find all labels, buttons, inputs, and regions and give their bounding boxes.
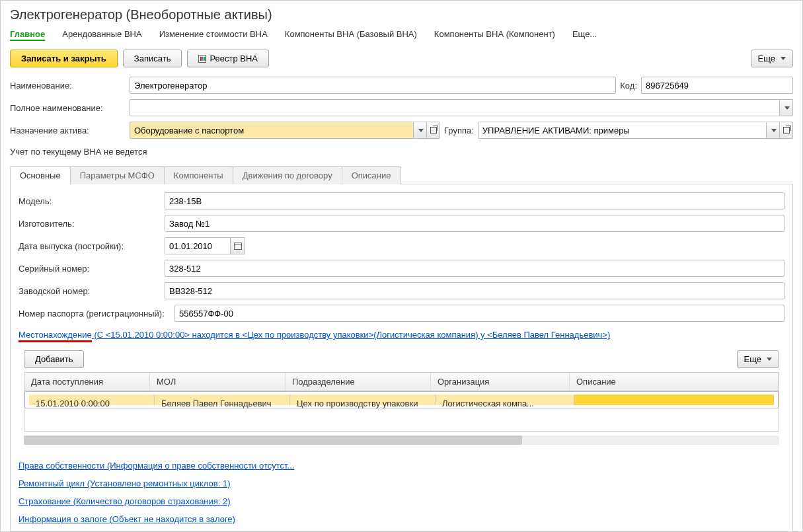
sub-tabs: Основные Параметры МСФО Компоненты Движе…	[10, 166, 793, 184]
cell-department: Цех по производству упаковки	[290, 395, 436, 405]
subtab-main[interactable]: Основные	[10, 166, 71, 184]
fullname-label: Полное наименование:	[10, 103, 126, 113]
passport-label: Номер паспорта (регистрационный):	[19, 309, 171, 319]
purpose-open-button[interactable]	[427, 122, 440, 139]
chevron-down-icon	[767, 358, 772, 361]
fullname-input[interactable]	[130, 99, 780, 116]
page-title: Электрогенератор (Внеоборотные активы)	[10, 7, 793, 22]
production-date-input[interactable]	[165, 237, 231, 254]
save-button[interactable]: Записать	[123, 50, 182, 67]
serial-label: Серийный номер:	[19, 264, 161, 274]
content-panel: Модель: Изготовитель: Дата выпуска (пост…	[10, 184, 793, 532]
tab-cost-change[interactable]: Изменение стоимости ВНА	[159, 29, 268, 39]
open-icon	[783, 127, 790, 133]
model-input[interactable]	[165, 192, 784, 209]
repair-cycle-link[interactable]: Ремонтный цикл (Установлено ремонтных ци…	[19, 478, 784, 488]
manufacturer-label: Изготовитель:	[19, 219, 161, 229]
col-mol[interactable]: МОЛ	[150, 373, 286, 391]
registry-label: Реестр ВНА	[210, 54, 258, 63]
col-department[interactable]: Подразделение	[286, 373, 431, 391]
group-input[interactable]	[478, 122, 767, 139]
subtab-msfo[interactable]: Параметры МСФО	[70, 166, 165, 184]
grid-more-button[interactable]: Еще	[737, 350, 779, 368]
col-date[interactable]: Дата поступления	[24, 373, 150, 391]
production-date-label: Дата выпуска (постройки):	[19, 241, 161, 251]
more-label: Еще	[758, 54, 775, 63]
table-row[interactable]: 15.01.2010 0:00:00 Беляев Павел Геннадье…	[24, 391, 779, 408]
fullname-dropdown-button[interactable]	[780, 99, 793, 116]
grid-more-label: Еще	[744, 354, 761, 364]
calendar-icon	[234, 243, 242, 250]
accounting-note: Учет по текущему ВНА не ведется	[10, 147, 793, 157]
purpose-input[interactable]	[130, 122, 414, 139]
purpose-dropdown-button[interactable]	[414, 122, 427, 139]
group-open-button[interactable]	[780, 122, 793, 139]
chevron-down-icon	[771, 129, 777, 132]
horizontal-scrollbar[interactable]	[24, 436, 779, 445]
factory-input[interactable]	[165, 282, 784, 299]
factory-label: Заводской номер:	[19, 286, 161, 296]
cell-description	[574, 395, 774, 405]
ownership-link[interactable]: Права собственности (Информация о праве …	[19, 461, 784, 471]
nav-tabs: Главное Арендованные ВНА Изменение стоим…	[10, 29, 793, 40]
registry-icon	[198, 55, 206, 63]
chevron-down-icon	[784, 106, 790, 110]
insurance-link[interactable]: Страхование (Количество договоров страхо…	[19, 496, 784, 506]
location-title-rest: (С <15.01.2010 0:00:00> находится в <Цех…	[92, 330, 610, 340]
chevron-down-icon	[781, 57, 786, 60]
registry-button[interactable]: Реестр ВНА	[187, 50, 269, 67]
subtab-components[interactable]: Компоненты	[164, 166, 233, 184]
save-close-button[interactable]: Записать и закрыть	[10, 50, 118, 67]
chevron-down-icon	[418, 129, 424, 132]
col-description[interactable]: Описание	[570, 373, 779, 391]
tab-main[interactable]: Главное	[10, 29, 45, 39]
serial-input[interactable]	[165, 260, 784, 277]
cell-mol: Беляев Павел Геннадьевич	[155, 395, 290, 405]
tab-components-comp[interactable]: Компоненты ВНА (Компонент)	[434, 29, 555, 39]
toolbar: Записать и закрыть Записать Реестр ВНА Е…	[10, 50, 793, 67]
col-organization[interactable]: Организация	[431, 373, 570, 391]
subtab-contract-moves[interactable]: Движения по договору	[233, 166, 342, 184]
code-label: Код:	[620, 81, 637, 91]
purpose-label: Назначение актива:	[10, 126, 126, 135]
cell-date: 15.01.2010 0:00:00	[29, 395, 155, 405]
more-button[interactable]: Еще	[751, 50, 793, 67]
model-label: Модель:	[19, 196, 161, 206]
name-label: Наименование:	[10, 81, 126, 91]
manufacturer-input[interactable]	[165, 215, 784, 232]
location-section-link[interactable]: Местонахождение (С <15.01.2010 0:00:00> …	[19, 330, 784, 342]
scrollbar-thumb[interactable]	[24, 436, 522, 445]
location-highlight: Местонахождение	[19, 330, 92, 342]
code-input[interactable]	[641, 77, 793, 94]
group-label: Группа:	[444, 126, 474, 135]
subtab-description[interactable]: Описание	[342, 166, 401, 184]
tab-components-base[interactable]: Компоненты ВНА (Базовый ВНА)	[285, 29, 417, 39]
calendar-button[interactable]	[231, 237, 245, 254]
add-button[interactable]: Добавить	[24, 350, 84, 368]
tab-rented[interactable]: Арендованные ВНА	[62, 29, 141, 39]
open-icon	[430, 127, 437, 133]
cell-organization: Логистическая компа...	[436, 395, 574, 405]
passport-input[interactable]	[174, 305, 784, 322]
name-input[interactable]	[130, 77, 616, 94]
group-dropdown-button[interactable]	[767, 122, 780, 139]
location-grid: Дата поступления МОЛ Подразделение Орган…	[24, 372, 779, 432]
tab-more[interactable]: Еще...	[572, 29, 597, 39]
pledge-link[interactable]: Информация о залоге (Объект не находится…	[19, 514, 784, 524]
